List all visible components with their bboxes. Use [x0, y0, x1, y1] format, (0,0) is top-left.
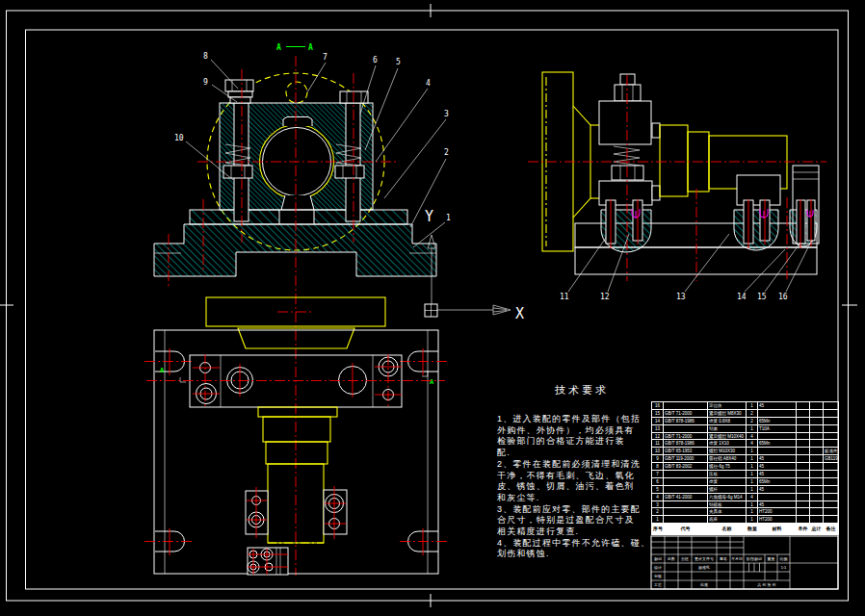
bom-header-row: 序号代号名称数量材料单件总计备注 [652, 524, 839, 535]
callout-label-14: 14 [737, 293, 747, 301]
y-axis-label: Y [425, 208, 433, 225]
spring-side [614, 146, 640, 166]
pocket-2 [734, 210, 778, 250]
tb-process: 工艺 [654, 582, 662, 587]
section-label-right: A [308, 43, 313, 52]
tech-req-lines: 1、进入装配的零件及部件（包括外购件、外协件），均必须具有检验部门的合格证方能进… [497, 414, 667, 560]
section-label-left: A [276, 43, 281, 52]
bom-row: 6弹簧165Mn [652, 477, 839, 485]
tech-req-line: 配. [497, 448, 667, 459]
tb-count: 处数 [668, 556, 675, 561]
tb-doc: 更改文件号 [695, 556, 714, 561]
bom-row: 4GB/T 41-2000六角螺母-6g M144 [652, 493, 839, 500]
bom-table-body: 16定位块14515GB/T 71-2000紧定螺钉 M8X30214GB/T … [652, 402, 839, 535]
callout-label-12: 12 [600, 293, 610, 301]
callout-label-5: 5 [396, 58, 401, 66]
tech-req-line: 皮、锈蚀、切屑、油污、着色剂 [497, 481, 667, 493]
bore-throat [281, 195, 314, 210]
tb-standard: 标准化 [698, 565, 710, 571]
plan-mark-right: A [430, 378, 434, 386]
tech-req-line: 4、装配过程中零件不允许磕、碰、 [497, 538, 667, 550]
technical-requirements: 技术要求 1、进入装配的零件及部件（包括外购件、外协件），均必须具有检验部门的合… [497, 383, 667, 560]
x-axis-label: X [515, 305, 524, 322]
bom-row: 12GB/T 71-2000紧定螺钉 M10X404 [652, 432, 839, 440]
tb-approve: 批准 [700, 582, 708, 587]
bom-row: 13钻套1T10A [652, 424, 839, 432]
callout-label-7: 7 [323, 53, 328, 62]
tech-req-line: 和灰尘等. [497, 493, 667, 504]
base-plate [154, 224, 436, 276]
plan-view: A A [144, 297, 448, 575]
side-view: 11 12 13 14 15 16 [528, 72, 826, 301]
callout-label-8: 8 [203, 52, 208, 61]
cad-canvas[interactable]: A A [0, 0, 865, 616]
callout-label-10: 10 [174, 134, 184, 142]
tb-audit: 审核 [654, 574, 662, 578]
bom-row: 2夹具体1HT200 [652, 508, 839, 516]
tb-scale-value: 1:1 [781, 565, 787, 570]
callout-label-4: 4 [426, 79, 431, 88]
tech-req-line: 检验部门的合格证方能进行装 [497, 436, 667, 448]
callout-label-6: 6 [373, 56, 378, 64]
section-arrow-left [180, 377, 186, 382]
bom-row: 15GB/T 71-2000紧定螺钉 M8X302 [652, 409, 839, 417]
tech-req-line: 干净，不得有毛刺、飞边、氧化 [497, 471, 667, 482]
x-axis-arrow [493, 305, 511, 315]
bom-row: 5螺杆145 [652, 485, 839, 493]
callout-label-1: 1 [446, 214, 451, 222]
bom-row: 16定位块145 [652, 402, 839, 410]
tb-sign: 签名 [720, 556, 727, 561]
tech-req-line: 合尺寸，特别是过盈配合尺寸及 [497, 515, 667, 526]
callout-label-13: 13 [676, 293, 686, 301]
tb-weight: 重量 [767, 556, 775, 561]
tb-stage: 阶段标记 [747, 556, 762, 562]
bom-row: 1底座1HT200 [652, 516, 839, 524]
front-section-view: A A [154, 43, 451, 576]
tb-date: 年月日 [731, 556, 743, 561]
callout-label-11: 11 [560, 293, 569, 301]
lug-hole-circle [286, 82, 307, 103]
bom-table: 16定位块14515GB/T 71-2000紧定螺钉 M8X30214GB/T … [651, 401, 839, 535]
callout-label-15: 15 [757, 293, 767, 301]
tech-req-line: 划伤和锈蚀. [497, 549, 667, 560]
callout-label-2: 2 [444, 148, 449, 157]
bom-row: 8GB/T 83-2002螺柱-6g 75145 [652, 463, 839, 471]
callout-label-3: 3 [444, 110, 449, 118]
keyway-notch [283, 117, 312, 127]
callouts-side: 11 12 13 14 15 16 [560, 234, 812, 301]
tb-zone: 分区 [681, 556, 689, 561]
clamp-column [599, 74, 652, 205]
tech-req-line: 3、装配前应对零、部件的主要配 [497, 504, 667, 516]
plan-mark-left: A [160, 367, 165, 374]
ucs-icon: Y X [425, 208, 524, 322]
tech-req-line: 外购件、外协件），均必须具有 [497, 425, 667, 437]
tb-sheets: 共 张 第 张 [757, 582, 775, 587]
bom-row: 10GB/T 65-1953螺钉 M10X301标准件 [652, 448, 839, 455]
tech-req-line: 1、进入装配的零件及部件（包括 [497, 414, 667, 425]
bom-row: 9GB/T 119-2000圆柱销 A8X40145GB119-86 [652, 455, 839, 463]
bom-row: 7压板145 [652, 471, 839, 478]
tb-scale: 比例 [780, 556, 788, 562]
title-block: 标记 处数 分区 更改文件号 签名 年月日 设计 标准化 审核 工艺 批准 阶段… [651, 536, 838, 589]
callout-label-16: 16 [778, 293, 788, 301]
tech-req-title: 技术要求 [497, 383, 667, 398]
tb-design: 设计 [654, 565, 662, 570]
tech-req-line: 相关精度进行复查. [497, 526, 667, 538]
callout-label-9: 9 [203, 78, 208, 87]
tech-req-line: 2、零件在装配前必须清理和清洗 [497, 459, 667, 471]
bom-row: 3钻模板145 [652, 500, 839, 508]
bom-row: 11GB/T 878-1986弹簧 1X10465Mn [652, 440, 839, 448]
boss-trapezoid [238, 328, 354, 348]
bom-row: 14GB/T 878-1986弹簧 0.8X8265Mn [652, 417, 839, 424]
